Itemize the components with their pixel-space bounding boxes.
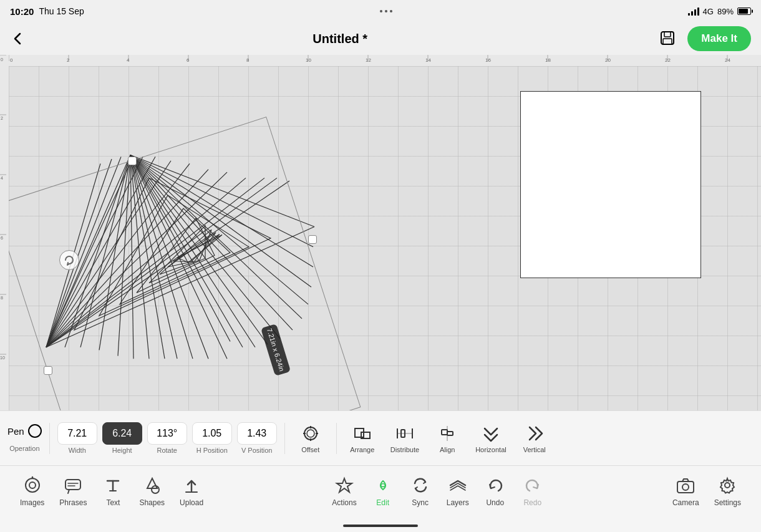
horizontal-icon [480,423,502,444]
height-group[interactable]: 6.24 Height [102,422,142,454]
save-button[interactable] [655,26,680,52]
pen-circle-icon [28,424,42,438]
svg-rect-106 [442,430,447,435]
svg-text:2: 2 [67,57,70,63]
edit-icon [372,475,394,496]
rotate-value[interactable]: 113° [147,422,187,445]
nav-images[interactable]: Images [12,472,52,510]
handle-tl[interactable] [128,157,137,165]
nav-text[interactable]: Text [94,472,132,510]
network-label: 4G [703,7,714,16]
nav-settings[interactable]: Settings [707,472,749,510]
offset-icon [300,423,321,444]
battery-percent: 89% [717,7,734,16]
ruler-vertical: 0 2 4 6 8 10 12 [0,55,9,410]
horizontal-button[interactable]: Horizontal [470,420,511,456]
height-value[interactable]: 6.24 [102,422,142,445]
svg-text:24: 24 [725,57,730,63]
signal-icon [688,7,699,16]
nav-actions[interactable]: Actions [324,472,364,510]
nav-edit[interactable]: Edit [364,472,402,510]
hposition-value[interactable]: 1.05 [192,422,232,445]
pen-label: Pen [7,426,24,437]
vposition-label: V Position [241,447,273,454]
align-label: Align [440,446,455,453]
vposition-group[interactable]: 1.43 V Position [237,422,277,454]
svg-text:10: 10 [306,57,311,63]
nav-undo[interactable]: Undo [477,472,514,510]
distribute-label: Distribute [390,446,419,453]
nav-sync[interactable]: Sync [402,472,439,510]
title-actions: Make It [655,26,751,52]
images-icon [22,475,43,496]
svg-rect-2 [663,39,672,44]
bottom-toolbar: Pen Operation 7.21 Width 6.24 Height 113… [0,410,761,465]
svg-point-108 [26,478,39,492]
text-label: Text [106,498,120,507]
vposition-value[interactable]: 1.43 [237,422,277,445]
rotate-group[interactable]: 113° Rotate [147,422,187,454]
svg-text:22: 22 [665,57,671,63]
nav-shapes[interactable]: Shapes [132,472,172,510]
align-button[interactable]: Align [429,420,465,456]
width-group[interactable]: 7.21 Width [57,422,97,454]
svg-point-109 [29,482,36,488]
hposition-group[interactable]: 1.05 H Position [192,422,232,454]
nav-phrases[interactable]: Phrases [52,472,94,510]
hposition-label: H Position [196,447,228,454]
svg-rect-111 [65,480,80,490]
upload-icon [181,475,202,496]
height-label: Height [112,447,132,454]
svg-rect-107 [447,432,453,435]
arrange-icon [352,423,373,444]
rotate-handle[interactable] [59,250,79,270]
mat-box [520,91,701,278]
document-title: Untitled * [313,32,367,46]
svg-point-93 [304,427,317,440]
svg-text:0: 0 [1,57,3,62]
arrange-button[interactable]: Arrange [344,420,380,456]
svg-text:8: 8 [1,296,3,300]
make-it-button[interactable]: Make It [687,26,751,51]
width-label: Width [69,447,86,454]
redo-icon [522,475,543,496]
shapes-icon [142,475,163,496]
nav-upload[interactable]: Upload [172,472,211,510]
svg-rect-122 [677,481,694,493]
distribute-button[interactable]: Distribute [385,420,424,456]
canvas-area[interactable]: 7.21in x 6.24in [9,66,761,410]
width-value[interactable]: 7.21 [57,422,97,445]
camera-label: Camera [672,498,699,507]
phrases-label: Phrases [59,498,87,507]
svg-text:10: 10 [0,355,5,360]
status-right: 4G 89% [688,7,751,16]
settings-icon [717,475,738,496]
back-button[interactable] [10,29,25,49]
home-indicator [343,525,418,527]
phrases-icon [62,475,84,496]
redo-label: Redo [523,498,541,507]
nav-camera[interactable]: Camera [665,472,707,510]
handle-tr[interactable] [308,235,317,244]
vertical-icon [524,423,545,444]
svg-text:14: 14 [425,57,431,63]
svg-text:0: 0 [10,57,13,63]
handle-bl[interactable] [44,366,52,375]
svg-text:6: 6 [1,236,3,240]
divider-3 [336,423,337,454]
distribute-icon [394,423,415,444]
layers-label: Layers [447,498,469,507]
arrange-label: Arrange [350,446,374,453]
nav-redo[interactable]: Redo [514,472,551,510]
undo-label: Undo [486,498,504,507]
undo-icon [485,475,506,496]
offset-button[interactable]: Offset [293,420,329,456]
images-label: Images [20,498,44,507]
nav-layers[interactable]: Layers [439,472,477,510]
svg-rect-3 [9,55,761,66]
vertical-button[interactable]: Vertical [516,420,553,456]
settings-label: Settings [714,498,741,507]
edit-label: Edit [376,498,389,507]
status-center-dots [380,10,392,12]
svg-point-94 [307,430,314,437]
